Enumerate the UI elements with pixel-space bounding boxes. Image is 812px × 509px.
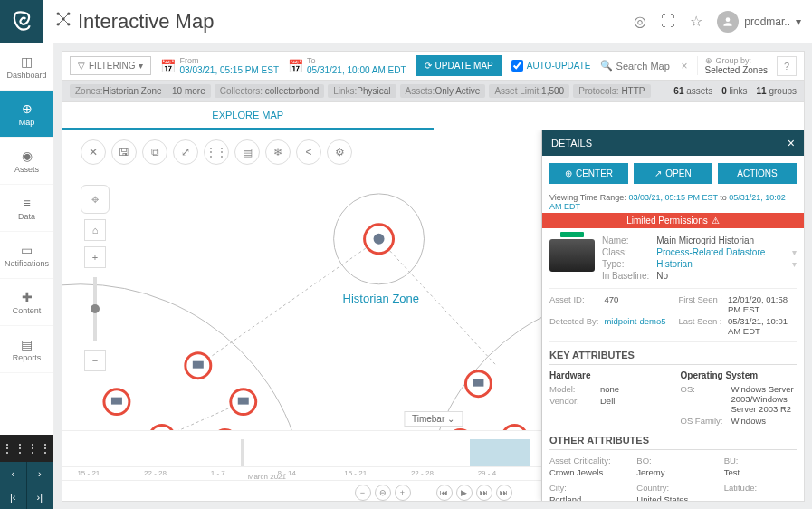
asset-node[interactable] — [465, 371, 491, 397]
auto-update-input[interactable] — [511, 60, 523, 72]
svg-rect-21 — [111, 398, 122, 405]
chip-zones[interactable]: Zones:Historian Zone + 10 more — [70, 84, 211, 98]
data-icon: ≡ — [23, 196, 30, 210]
auto-update-checkbox[interactable]: AUTO-UPDATE — [511, 60, 591, 72]
groupby-selector[interactable]: ⊕ Group by: Selected Zones — [697, 56, 769, 75]
clear-search-icon[interactable]: × — [681, 60, 687, 72]
tl-reset[interactable]: ⊖ — [375, 485, 391, 501]
nav-content[interactable]: ✚ Content — [0, 279, 53, 326]
dashboard-icon: ◫ — [21, 54, 33, 69]
fullscreen-icon[interactable]: ⛶ — [661, 14, 675, 30]
timeline-selection[interactable] — [470, 439, 530, 466]
counts: 61 assets 0 links 11 groups — [673, 86, 797, 96]
nav-map[interactable]: ⊕ Map — [0, 91, 53, 138]
nav-data[interactable]: ≡ Data — [0, 185, 53, 232]
nav-first[interactable]: |‹ — [0, 485, 27, 509]
close-tool-button[interactable]: ✕ — [81, 139, 106, 165]
date-to[interactable]: 📅 To 05/31/21, 10:00 AM EDT — [288, 56, 406, 75]
tl-play[interactable]: ▶ — [456, 485, 473, 501]
asset-node[interactable] — [231, 389, 256, 415]
svg-point-9 — [726, 17, 731, 22]
detectedby-link[interactable]: midpoint-demo5 — [604, 316, 673, 336]
nav-prev[interactable]: ‹ — [0, 462, 27, 485]
open-button[interactable]: ↗OPEN — [634, 163, 712, 184]
to-label: To — [307, 56, 406, 65]
timebar-toggle[interactable]: Timebar ⌄ — [404, 411, 463, 427]
other-attributes: Asset Criticality: Crown Jewels City: Po… — [549, 456, 797, 501]
type-link[interactable]: Historian — [656, 259, 785, 269]
center-icon: ⊕ — [565, 168, 572, 178]
user-menu[interactable]: prodmar.. ▾ — [717, 11, 801, 33]
tl-first[interactable]: ⏮ — [436, 485, 453, 501]
snowflake-tool-button[interactable]: ❄ — [265, 139, 291, 165]
refresh-icon: ⟳ — [425, 61, 432, 71]
zoom-in-button[interactable]: + — [84, 246, 106, 268]
nav-next[interactable]: › — [27, 462, 54, 485]
tl-next[interactable]: ⏭ — [476, 485, 492, 501]
search-map[interactable]: 🔍 × — [600, 60, 688, 72]
tl-zoom-out[interactable]: − — [355, 485, 371, 501]
close-icon[interactable]: × — [788, 136, 795, 150]
share-tool-button[interactable]: < — [296, 139, 321, 165]
details-panel: DETAILS × ⊕CENTER ↗OPEN ACTIONS Viewing … — [541, 130, 804, 501]
asset-node[interactable] — [104, 389, 129, 415]
asset-node[interactable] — [186, 353, 211, 379]
home-button[interactable]: ⌂ — [84, 219, 106, 241]
rtab-protocols[interactable]: PROTOCOLS — [804, 242, 805, 312]
tl-last[interactable]: ⏭ — [496, 485, 512, 501]
tab-spacer — [434, 102, 805, 130]
save-tool-button[interactable]: 🖫 — [111, 139, 137, 165]
layers-tool-button[interactable]: ▤ — [234, 139, 260, 165]
filter-toolbar: ▽ FILTERING ▾ 📅 From 03/03/21, 05:15 PM … — [62, 51, 805, 81]
expand-tool-button[interactable]: ⤢ — [173, 139, 198, 165]
class-link[interactable]: Process-Related Datastore — [656, 247, 785, 257]
from-value: 03/03/21, 05:15 PM EST — [179, 65, 279, 75]
grid-tool-button[interactable]: ⋮⋮ — [204, 139, 229, 165]
filtering-button[interactable]: ▽ FILTERING ▾ — [70, 56, 151, 75]
auto-update-label: AUTO-UPDATE — [527, 61, 591, 71]
os-heading: Operating System — [681, 370, 798, 380]
nav-assets[interactable]: ◉ Assets — [0, 138, 53, 185]
rtab-overlay[interactable]: OVERLAY — [804, 184, 805, 242]
brand-logo — [0, 0, 43, 43]
help-button[interactable]: ? — [777, 56, 797, 76]
rtab-settings[interactable]: SETTINGS — [804, 312, 805, 373]
pan-pad[interactable]: ✥ — [81, 185, 110, 214]
nav-notifications[interactable]: ▭ Notifications — [0, 232, 53, 279]
svg-rect-19 — [193, 361, 204, 369]
chip-links[interactable]: Links:Physical — [328, 84, 396, 98]
asset-node[interactable] — [365, 225, 394, 254]
center-button[interactable]: ⊕CENTER — [549, 163, 628, 184]
chip-collectors[interactable]: Collectors: collectorbond — [215, 84, 325, 98]
nav-reports[interactable]: ▤ Reports — [0, 326, 53, 373]
from-label: From — [179, 56, 279, 65]
nav-dashboard[interactable]: ◫ Dashboard — [0, 43, 53, 91]
rtab-analysis[interactable]: ANALYSIS — [804, 373, 805, 432]
actions-button[interactable]: ACTIONS — [718, 163, 797, 184]
date-from[interactable]: 📅 From 03/03/21, 05:15 PM EST — [160, 56, 279, 75]
chevron-icon[interactable]: ▾ — [792, 259, 797, 269]
tl-zoom-in[interactable]: + — [395, 485, 411, 501]
settings-tool-button[interactable]: ⚙ — [327, 139, 352, 165]
map-canvas[interactable]: ✕ 🖫 ⧉ ⤢ ⋮⋮ ▤ ❄ < ⚙ ✥ ⌂ + − — [62, 130, 805, 502]
target-icon[interactable]: ◎ — [634, 13, 646, 30]
chip-limit[interactable]: Asset Limit:1,500 — [489, 84, 569, 98]
grid-toggle[interactable]: ⋮⋮⋮⋮ — [0, 435, 53, 462]
to-value: 05/31/21, 10:00 AM EDT — [307, 65, 406, 75]
timeline-marker[interactable] — [241, 439, 244, 466]
hardware-heading: Hardware — [549, 370, 666, 380]
tab-explore-map[interactable]: EXPLORE MAP — [62, 102, 434, 130]
rtab-details[interactable]: DETAILS — [804, 130, 805, 184]
content-icon: ✚ — [22, 290, 33, 304]
nav-last[interactable]: ›| — [27, 485, 54, 509]
update-map-button[interactable]: ⟳ UPDATE MAP — [416, 55, 502, 76]
search-input[interactable] — [616, 61, 678, 72]
chevron-icon[interactable]: ▾ — [792, 247, 797, 257]
zoom-out-button[interactable]: − — [84, 350, 106, 371]
copy-tool-button[interactable]: ⧉ — [142, 139, 167, 165]
zoom-slider[interactable] — [93, 277, 97, 341]
chip-assets[interactable]: Assets:Only Active — [400, 84, 486, 98]
chip-protocols[interactable]: Protocols: HTTP — [573, 84, 650, 98]
star-icon[interactable]: ☆ — [690, 13, 702, 30]
device-icon — [549, 239, 595, 272]
